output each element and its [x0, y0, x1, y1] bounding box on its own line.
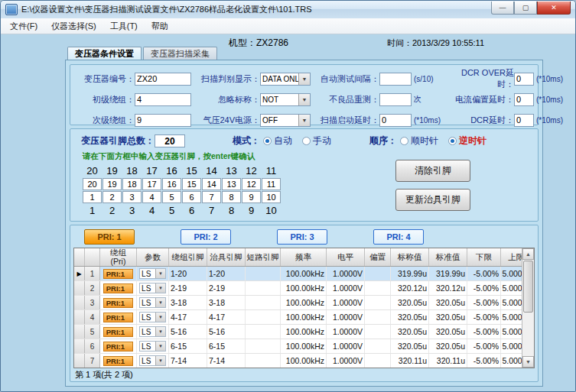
cell: 320.05u	[429, 325, 467, 339]
auto-test-interval-input[interactable]	[379, 73, 412, 86]
param-value: LS	[140, 356, 155, 365]
radio-option[interactable]: 逆时针	[448, 134, 487, 147]
pin-input[interactable]: 15	[182, 178, 201, 190]
param-select[interactable]: LS▼	[139, 341, 166, 352]
radio-circle-icon	[400, 137, 408, 145]
pin-input[interactable]: 2	[103, 191, 122, 203]
param-select[interactable]: LS▼	[139, 355, 166, 366]
pri-button-3[interactable]: PRI: 3	[277, 229, 327, 245]
menu-item-1[interactable]: 文件(F)	[3, 19, 44, 34]
row-number: 2	[85, 281, 100, 295]
param-value: LS	[140, 313, 155, 322]
radio-option[interactable]: 自动	[263, 134, 292, 147]
pin-input[interactable]: 20	[83, 178, 102, 190]
cell: 5.000%	[501, 339, 522, 353]
param-select[interactable]: LS▼	[139, 297, 166, 308]
table-row[interactable]: 4PRI:1LS▼4-174-17100.00kHz1.0000V320.05u…	[74, 310, 522, 325]
scroll-down-icon[interactable]: ▼	[522, 356, 534, 368]
menu-bar: 文件(F)仪器选择(S)工具(T)帮助	[1, 18, 575, 34]
row-number-header	[85, 248, 100, 266]
maximize-button[interactable]: ▢	[514, 2, 537, 15]
param-select[interactable]: LS▼	[139, 312, 166, 322]
cell: 1.0000V	[327, 281, 365, 295]
scroll-track[interactable]	[522, 260, 534, 356]
pin-input[interactable]: 17	[142, 178, 161, 190]
pin-input[interactable]: 12	[242, 178, 261, 190]
column-header: 上限	[501, 248, 522, 266]
table-row[interactable]: 3PRI:1LS▼3-183-18100.00kHz1.0000V320.05u…	[74, 296, 522, 310]
param-select[interactable]: LS▼	[139, 326, 166, 337]
menu-item-2[interactable]: 仪器选择(S)	[44, 19, 103, 34]
dropdown-arrow-icon: ▼	[298, 94, 310, 105]
dcr-delay-input[interactable]	[514, 114, 534, 127]
current-bias-delay-input[interactable]	[514, 93, 534, 106]
tab-2[interactable]: 变压器扫描采集	[143, 47, 217, 60]
table-row[interactable]: 5PRI:1LS▼5-165-16100.00kHz1.0000V320.05u…	[74, 325, 522, 339]
pin-input[interactable]: 10	[262, 191, 281, 203]
pin-input[interactable]: 3	[122, 191, 142, 203]
param-value: LS	[140, 298, 155, 307]
update-fixture-pins-button[interactable]: 更新治具引脚	[395, 189, 470, 211]
total-pins-input[interactable]	[155, 134, 185, 147]
clear-pins-button[interactable]: 清除引脚	[395, 160, 470, 182]
close-button[interactable]: ✕	[537, 2, 571, 15]
pin-input[interactable]: 7	[202, 191, 221, 203]
menu-item-3[interactable]: 工具(T)	[103, 19, 145, 34]
pin-label: 3	[122, 204, 142, 217]
secondary-winding-input[interactable]	[135, 114, 191, 127]
scan-display-select[interactable]: DATA ONLY ▼	[260, 73, 311, 86]
pri-button-4[interactable]: PRI: 4	[373, 229, 424, 245]
param-select[interactable]: LS▼	[139, 268, 166, 279]
table-row[interactable]: ▶1PRI:1LS▼1-201-20100.00kHz1.0000V319.99…	[74, 267, 522, 281]
radio-option[interactable]: 手动	[302, 134, 331, 147]
column-header: 绕组 (Pri)	[100, 248, 137, 266]
pin-input[interactable]: 6	[182, 191, 201, 203]
pin-input[interactable]: 19	[103, 178, 122, 190]
pin-input[interactable]: 13	[222, 178, 241, 190]
ignore-nominal-select[interactable]: NOT ▼	[260, 93, 311, 106]
table-scrollbar[interactable]: ▲ ▼	[522, 248, 534, 368]
dropdown-arrow-icon: ▼	[298, 73, 310, 85]
pin-input[interactable]: 1	[83, 191, 102, 203]
param-cell: LS▼	[137, 310, 169, 324]
title-bar[interactable]: E:\仪器设置文件\变压器扫描测试设置文件\ZX2786样品老化设置文件\101…	[1, 1, 575, 18]
pin-input[interactable]: 14	[202, 178, 221, 190]
tab-1[interactable]: 变压器条件设置	[67, 47, 142, 60]
menu-item-4[interactable]: 帮助	[145, 19, 175, 34]
scan-start-delay-input[interactable]	[379, 114, 412, 127]
cell: 100.00kHz	[281, 354, 327, 368]
cell: 1-20	[207, 267, 246, 280]
pin-input[interactable]: 11	[262, 178, 281, 190]
param-select[interactable]: LS▼	[139, 283, 166, 293]
minimize-button[interactable]: —	[491, 2, 514, 15]
pri-button-1[interactable]: PRI: 1	[84, 229, 135, 245]
cell: 1-20	[169, 267, 207, 280]
pin-input[interactable]: 5	[162, 191, 181, 203]
row-number: 3	[85, 296, 100, 309]
table-row[interactable]: 7PRI:1LS▼7-147-14100.00kHz1.0000V320.11u…	[74, 354, 522, 368]
auto-test-interval-label: 自动测试间隔：	[315, 73, 379, 85]
air-power-select[interactable]: OFF ▼	[260, 114, 311, 127]
cell: 1.0000V	[327, 339, 365, 353]
pin-input[interactable]: 9	[242, 191, 261, 203]
pin-input[interactable]: 16	[162, 178, 181, 190]
pin-input[interactable]: 18	[122, 178, 142, 190]
dcr-over-delay-input[interactable]	[514, 73, 534, 86]
scan-start-delay-label: 扫描启动延时：	[315, 115, 379, 126]
tab-control: 变压器条件设置变压器扫描采集 变压器编号： 扫描判别显示： DATA ONLY	[65, 47, 543, 387]
cell: 5.000%	[501, 281, 522, 295]
cell: 4-17	[207, 310, 246, 324]
pin-input[interactable]: 8	[222, 191, 241, 203]
row-number: 7	[85, 354, 100, 368]
retest-input[interactable]	[379, 93, 412, 106]
table-row[interactable]: 2PRI:1LS▼2-192-19100.00kHz1.0000V320.12u…	[74, 281, 522, 296]
pin-input[interactable]: 4	[142, 191, 161, 203]
primary-winding-input[interactable]	[135, 93, 191, 106]
cell: 320.05u	[429, 296, 467, 309]
scroll-thumb[interactable]	[523, 261, 533, 313]
table-row[interactable]: 6PRI:1LS▼6-156-15100.00kHz1.0000V320.05u…	[74, 339, 522, 354]
radio-option[interactable]: 顺时针	[400, 134, 438, 147]
transformer-no-input[interactable]	[135, 73, 191, 86]
scroll-up-icon[interactable]: ▲	[522, 248, 534, 260]
pri-button-2[interactable]: PRI: 2	[181, 229, 231, 245]
